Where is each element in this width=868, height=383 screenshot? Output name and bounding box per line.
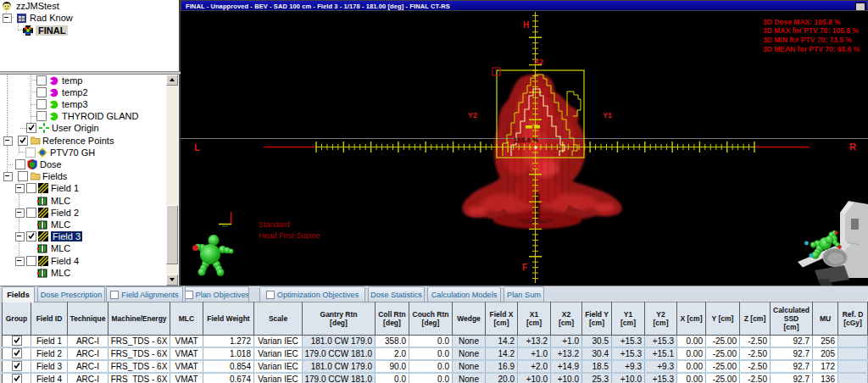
svg-text:Standard: Standard [259,220,290,229]
svg-text:105.8 %: 105.8 % [514,136,538,144]
svg-text:R: R [849,142,856,152]
svg-text:Y2: Y2 [468,111,477,119]
svg-text:3D Dose MAX: 105.8 %: 3D Dose MAX: 105.8 % [763,18,841,26]
svg-text:H: H [523,20,529,30]
svg-text:3D MAX for PTV 70: 105.8 %: 3D MAX for PTV 70: 105.8 % [763,26,859,35]
svg-text:Y1: Y1 [603,111,612,119]
svg-text:Head First-Supine: Head First-Supine [259,231,320,240]
svg-text:F: F [522,263,527,272]
svg-text:X1: X1 [534,162,543,170]
svg-text:L: L [194,142,200,153]
svg-text:3D MEAN for PTV 70: 98.6 %: 3D MEAN for PTV 70: 98.6 % [763,45,860,53]
svg-text:X2: X2 [534,58,543,66]
svg-text:3D MIN for PTV 70: 73.5 %: 3D MIN for PTV 70: 73.5 % [763,36,852,44]
